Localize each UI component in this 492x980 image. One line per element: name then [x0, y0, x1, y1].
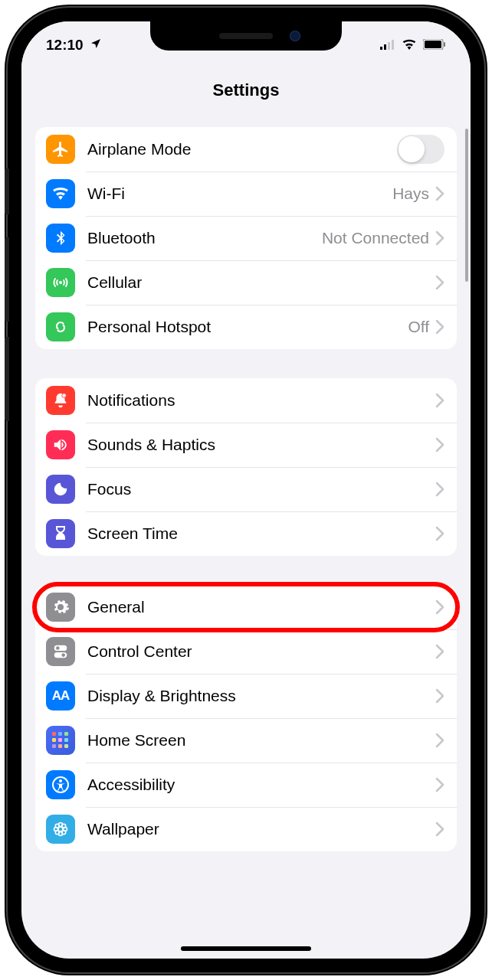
- row-label: Airplane Mode: [87, 140, 397, 158]
- settings-row-sounds[interactable]: Sounds & Haptics: [35, 423, 457, 467]
- chevron-right-icon: [435, 393, 444, 408]
- svg-rect-1: [384, 44, 386, 50]
- row-value: Hays: [392, 185, 429, 203]
- airplane-icon: [46, 135, 75, 164]
- settings-row-cellular[interactable]: Cellular: [35, 260, 457, 305]
- phone-frame: 12:10 Settings Airplane ModeWi: [8, 8, 484, 972]
- chevron-right-icon: [435, 186, 444, 201]
- front-camera: [290, 31, 300, 41]
- svg-rect-21: [64, 744, 68, 748]
- chevron-right-icon: [435, 319, 444, 335]
- location-arrow-icon: [90, 37, 102, 54]
- svg-point-11: [56, 646, 60, 650]
- svg-rect-19: [52, 744, 56, 748]
- chevron-right-icon: [435, 275, 444, 290]
- row-label: Accessibility: [87, 776, 435, 794]
- hotspot-icon: [46, 312, 75, 341]
- row-label: Screen Time: [87, 524, 435, 543]
- svg-rect-3: [392, 40, 394, 50]
- row-label: Control Center: [87, 642, 435, 661]
- row-label: Sounds & Haptics: [87, 436, 435, 454]
- svg-rect-17: [58, 738, 62, 742]
- svg-rect-14: [58, 732, 62, 736]
- notch: [150, 21, 342, 51]
- settings-row-bluetooth[interactable]: BluetoothNot Connected: [35, 216, 457, 260]
- row-label: Focus: [87, 480, 435, 498]
- chevron-right-icon: [435, 599, 444, 615]
- settings-group: NotificationsSounds & HapticsFocusScreen…: [35, 378, 457, 556]
- settings-group: GeneralControl CenterAADisplay & Brightn…: [35, 585, 457, 851]
- screen: 12:10 Settings Airplane ModeWi: [21, 21, 471, 959]
- svg-rect-18: [64, 738, 68, 742]
- svg-rect-15: [64, 732, 68, 736]
- svg-rect-2: [388, 42, 390, 50]
- settings-row-homescreen[interactable]: Home Screen: [35, 718, 457, 763]
- row-label: Display & Brightness: [87, 687, 435, 705]
- svg-rect-6: [444, 42, 445, 47]
- sounds-icon: [46, 430, 75, 459]
- chevron-right-icon: [435, 230, 444, 246]
- svg-rect-5: [425, 41, 441, 48]
- focus-icon: [46, 475, 75, 504]
- settings-row-display[interactable]: AADisplay & Brightness: [35, 674, 457, 718]
- bluetooth-icon: [46, 224, 75, 253]
- row-label: Notifications: [87, 391, 435, 410]
- row-label: Personal Hotspot: [87, 318, 408, 336]
- homescreen-icon: [46, 726, 75, 755]
- row-label: General: [87, 598, 435, 616]
- svg-rect-20: [58, 744, 62, 748]
- row-value: Not Connected: [322, 229, 429, 247]
- svg-point-12: [61, 653, 65, 657]
- settings-row-controlcenter[interactable]: Control Center: [35, 629, 457, 674]
- chevron-right-icon: [435, 482, 444, 497]
- chevron-right-icon: [435, 437, 444, 452]
- wifi-icon: [402, 37, 417, 54]
- settings-row-wallpaper[interactable]: Wallpaper: [35, 807, 457, 851]
- svg-point-30: [62, 824, 66, 828]
- svg-point-7: [59, 281, 62, 284]
- svg-point-23: [59, 779, 62, 782]
- row-label: Home Screen: [87, 731, 435, 750]
- row-label: Wi-Fi: [87, 185, 392, 203]
- accessibility-icon: [46, 770, 75, 799]
- controlcenter-icon: [46, 637, 75, 666]
- screentime-icon: [46, 519, 75, 548]
- settings-group: Airplane ModeWi-FiHaysBluetoothNot Conne…: [35, 127, 457, 349]
- speaker: [219, 33, 273, 39]
- settings-row-airplane[interactable]: Airplane Mode: [35, 127, 457, 172]
- settings-content[interactable]: Airplane ModeWi-FiHaysBluetoothNot Conne…: [21, 121, 471, 959]
- battery-icon: [423, 37, 446, 54]
- wifi-icon: [46, 179, 75, 208]
- settings-row-wifi[interactable]: Wi-FiHays: [35, 172, 457, 216]
- svg-point-32: [62, 831, 66, 835]
- chevron-right-icon: [435, 822, 444, 837]
- chevron-right-icon: [435, 644, 444, 659]
- settings-row-focus[interactable]: Focus: [35, 467, 457, 511]
- general-icon: [46, 593, 75, 622]
- chevron-right-icon: [435, 733, 444, 748]
- settings-row-notifications[interactable]: Notifications: [35, 378, 457, 423]
- home-indicator[interactable]: [181, 946, 311, 951]
- svg-rect-0: [380, 47, 382, 50]
- row-value: Off: [408, 318, 429, 336]
- status-time: 12:10: [46, 37, 84, 54]
- svg-rect-16: [52, 738, 56, 742]
- page-title: Settings: [213, 80, 280, 100]
- svg-point-29: [55, 824, 59, 828]
- row-label: Cellular: [87, 273, 435, 292]
- wallpaper-icon: [46, 815, 75, 844]
- settings-row-screentime[interactable]: Screen Time: [35, 511, 457, 556]
- svg-rect-13: [52, 732, 56, 736]
- cellular-signal-icon: [380, 37, 395, 54]
- row-label: Wallpaper: [87, 820, 435, 838]
- svg-point-8: [62, 394, 67, 398]
- scroll-indicator[interactable]: [465, 129, 468, 282]
- toggle-airplane[interactable]: [397, 135, 444, 164]
- svg-point-31: [55, 831, 59, 835]
- nav-header: Settings: [21, 60, 471, 121]
- settings-row-accessibility[interactable]: Accessibility: [35, 763, 457, 807]
- settings-row-hotspot[interactable]: Personal HotspotOff: [35, 305, 457, 349]
- settings-row-general[interactable]: General: [35, 585, 457, 629]
- row-label: Bluetooth: [87, 229, 322, 247]
- chevron-right-icon: [435, 526, 444, 541]
